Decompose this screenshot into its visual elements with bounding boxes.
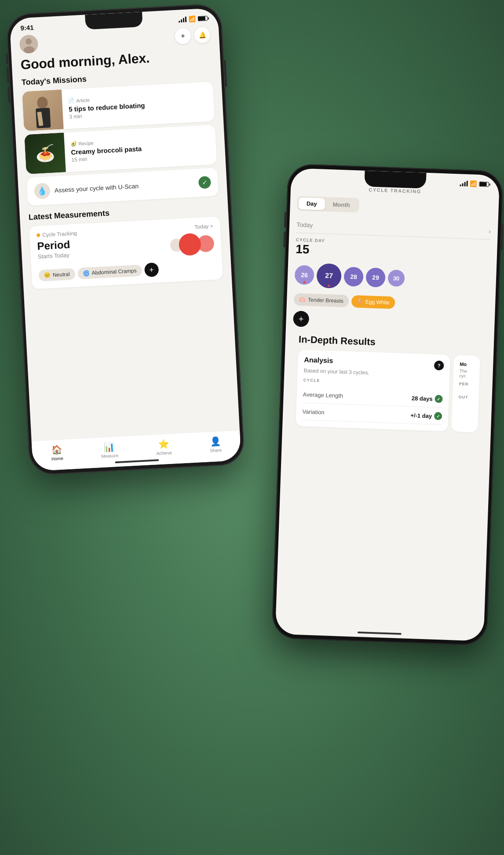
neutral-emoji: 😐: [44, 272, 51, 278]
cal-day-29[interactable]: 29: [365, 267, 386, 288]
out-label: OUT: [459, 395, 473, 400]
uscan-left: 💧 Assess your cycle with U-Scan: [34, 178, 139, 199]
period-circles: [170, 232, 215, 256]
day-month-tabs: Day Month: [297, 196, 359, 213]
status-icons-1: 📶: [179, 15, 208, 23]
article-image: [22, 90, 64, 132]
symptom-cramps[interactable]: 🌀 Abdominal Cramps: [77, 265, 142, 280]
mission-info-article: 📄 Article 5 tips to reduce bloating 3 mi…: [62, 85, 152, 129]
home-indicator-2[interactable]: [358, 632, 402, 635]
bar2: [181, 19, 182, 22]
phone-1: 9:41 📶: [6, 3, 245, 475]
symptom-neutral[interactable]: 😐 Neutral: [38, 268, 75, 281]
bar4: [185, 17, 187, 22]
battery-icon-2: [479, 182, 489, 187]
chevron-right-icon: ›: [489, 228, 491, 235]
nav-share[interactable]: 👤 Share: [209, 436, 222, 453]
svg-point-3: [37, 96, 48, 109]
home-icon: 🏠: [51, 444, 62, 455]
analysis-help-button[interactable]: ?: [434, 361, 444, 371]
in-depth-section: In-Depth Results Analysis ? Based on you…: [289, 333, 487, 437]
period-dot-27: [328, 285, 330, 287]
symptom-row: 😐 Neutral 🌀 Abdominal Cramps +: [38, 259, 215, 283]
cycle-section-label: CYCLE: [303, 378, 443, 387]
nav-home[interactable]: 🏠 Home: [51, 444, 63, 461]
egg-icon: 🥚: [357, 298, 363, 305]
mission-card-recipe[interactable]: 🍝 🥑 Recipe Creamy broccoli pasta 15 min: [24, 124, 217, 174]
p2-main-content: CYCLE TRACKING Day Month Today › CYCLE D…: [275, 183, 499, 634]
notch-1: [85, 12, 143, 30]
uscan-icon: 💧: [34, 183, 51, 199]
cal-day-28[interactable]: 28: [343, 267, 364, 287]
mo-text: The cyc: [459, 369, 474, 379]
bar1: [179, 21, 180, 22]
vol-down-2[interactable]: [283, 232, 285, 248]
period-circle-md: [197, 234, 215, 252]
analysis-title: Analysis: [304, 356, 333, 365]
cycle-symptom-tags: 🫁 Tender Breasts 🥚 Egg White: [294, 293, 489, 312]
status-icons-2: 📶: [460, 180, 489, 187]
add-button[interactable]: +: [175, 28, 191, 44]
add-cycle-data-button[interactable]: +: [293, 311, 309, 327]
p1-main-content: + 🔔 Good morning, Alex. Today's Missions: [10, 23, 241, 464]
mo-label: Mo: [460, 362, 474, 367]
measure-icon: 📊: [103, 441, 115, 452]
period-title: Period: [37, 238, 70, 252]
cal-day-30[interactable]: 30: [387, 270, 405, 287]
add-symptom-button[interactable]: +: [144, 263, 159, 278]
period-info: Period Starts Today: [37, 238, 71, 264]
notch-2: [364, 171, 426, 189]
tab-day[interactable]: Day: [298, 197, 325, 210]
today-row[interactable]: Today ›: [296, 217, 491, 240]
today-text: Today: [296, 221, 313, 229]
battery-fill-2: [479, 182, 486, 186]
power-button[interactable]: [224, 60, 227, 87]
measure-label: Cycle Tracking: [37, 230, 77, 238]
analysis-row-wrapper: Analysis ? Based on your last 3 cycles. …: [296, 350, 480, 437]
measure-today[interactable]: Today >: [194, 223, 213, 230]
symptom-tender-breasts[interactable]: 🫁 Tender Breasts: [294, 293, 349, 307]
time-display-1: 9:41: [20, 24, 34, 32]
analysis-card-partial: Mo The cyc PER OUT: [451, 355, 480, 432]
nav-achieve[interactable]: ⭐ Achieve: [156, 438, 172, 456]
symptom-egg-white[interactable]: 🥚 Egg White: [351, 295, 395, 309]
recipe-image: 🍝: [24, 132, 66, 174]
uscan-check: ✓: [198, 176, 211, 189]
phone2-screen: 📶 CYCLE TRACKING Day Month Today › CYCLE…: [275, 168, 500, 641]
avg-length-check: ✓: [435, 395, 443, 403]
mission-card-article[interactable]: 📄 Article 5 tips to reduce bloating 3 mi…: [22, 82, 215, 132]
cal-day-26[interactable]: 26: [294, 265, 314, 285]
battery-fill-1: [198, 16, 205, 21]
cal-day-27[interactable]: 27: [316, 263, 342, 289]
mute-button[interactable]: [6, 54, 8, 64]
period-dot-26: [303, 281, 305, 283]
calendar-row: 26 27 28 29 30: [294, 262, 489, 293]
signal-icon-2: [460, 180, 467, 186]
nav-measure[interactable]: 📊 Measure: [100, 441, 118, 459]
avatar[interactable]: [19, 34, 38, 54]
tender-icon: 🫁: [299, 296, 306, 303]
power-btn-2[interactable]: [500, 224, 503, 250]
phone-2: 📶 CYCLE TRACKING Day Month Today › CYCLE…: [271, 164, 503, 646]
signal-icon-1: [179, 17, 187, 23]
phone1-screen: 9:41 📶: [9, 8, 241, 471]
variation-check: ✓: [434, 412, 442, 420]
tab-month[interactable]: Month: [325, 198, 358, 212]
mission-info-recipe: 🥑 Recipe Creamy broccoli pasta 15 min: [64, 128, 149, 172]
volume-up-button[interactable]: [7, 67, 9, 83]
article-icon: 📄: [68, 98, 75, 104]
volume-down-button[interactable]: [7, 87, 10, 103]
period-subtitle: Starts Today: [37, 252, 70, 260]
cramps-emoji: 🌀: [83, 270, 90, 277]
per-label: PER: [459, 382, 473, 387]
analysis-card: Analysis ? Based on your last 3 cycles. …: [296, 350, 450, 431]
recipe-icon: 🥑: [70, 141, 77, 147]
variation-value: +/-1 day ✓: [410, 411, 442, 420]
share-icon: 👤: [210, 436, 221, 447]
measurements-card[interactable]: Cycle Tracking Today > Period Starts Tod…: [29, 216, 223, 289]
vol-up-2[interactable]: [284, 212, 286, 228]
battery-icon-1: [198, 16, 208, 21]
uscan-card[interactable]: 💧 Assess your cycle with U-Scan ✓: [26, 168, 219, 206]
top-buttons: + 🔔: [175, 27, 211, 44]
settings-button[interactable]: 🔔: [194, 27, 211, 44]
